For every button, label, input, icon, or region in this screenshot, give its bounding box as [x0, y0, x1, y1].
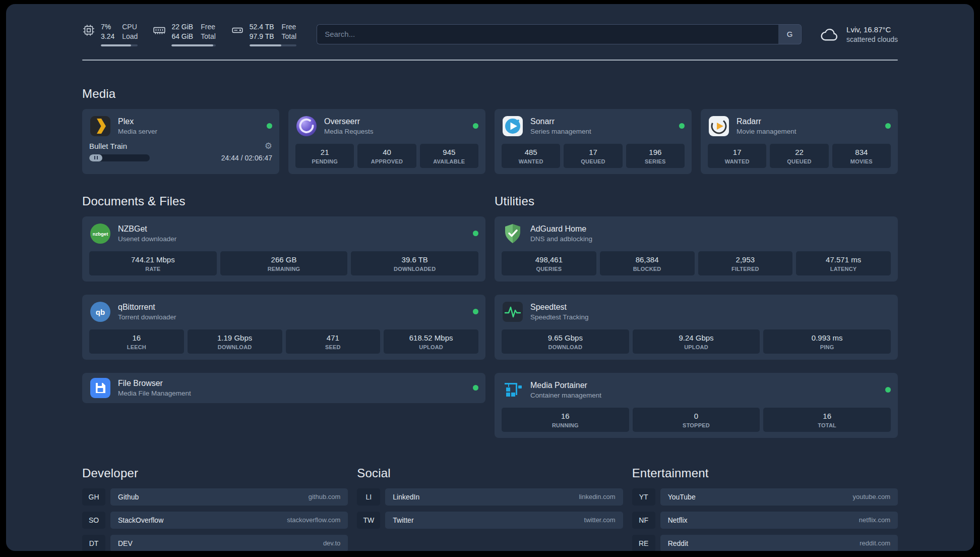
stat-label: DOWNLOAD — [189, 344, 281, 350]
stat-queries: 498,461 QUERIES — [502, 251, 596, 275]
status-dot — [473, 231, 478, 236]
service-card-radarr[interactable]: Radarr Movie management 17 WANTED 22 QUE… — [701, 109, 898, 174]
bookmark-abbr: TW — [357, 512, 380, 529]
dashboard-screen: 7% 3.24 CPU Load 22 GiB — [6, 4, 974, 551]
qbittorrent-icon-text: qb — [96, 307, 105, 316]
stat-label: SEED — [287, 344, 380, 350]
service-card-adguard[interactable]: AdGuard Home DNS and adblocking 498,461 … — [495, 216, 898, 282]
service-card-plex[interactable]: Plex Media server Bullet Train ⚙ 24:44 — [82, 109, 279, 174]
bookmark-pill: Reddit reddit.com — [660, 535, 898, 551]
service-name: Media Portainer — [530, 381, 601, 390]
adguard-icon — [502, 222, 524, 245]
disk-total-value: 97.9 TB — [250, 32, 274, 41]
bookmark-github[interactable]: GH Github github.com — [82, 488, 348, 506]
section-title-documents: Documents & Files — [82, 194, 485, 208]
service-name: File Browser — [118, 379, 191, 388]
bookmark-name: Github — [118, 493, 139, 501]
bookmark-stackoverflow[interactable]: SO StackOverflow stackoverflow.com — [82, 512, 348, 529]
dashboard-container: 7% 3.24 CPU Load 22 GiB — [82, 4, 898, 551]
stat-label: AVAILABLE — [421, 158, 477, 164]
service-name: AdGuard Home — [530, 225, 592, 234]
service-name: Plex — [118, 117, 157, 126]
stat-ping: 0.993 ms PING — [763, 329, 891, 354]
service-card-speedtest[interactable]: Speedtest Speedtest Tracking 9.65 Gbps D… — [495, 295, 898, 360]
gear-icon[interactable]: ⚙ — [265, 142, 272, 150]
stat-value: 16 — [503, 412, 628, 420]
plex-icon — [89, 115, 111, 137]
playback-time: 24:44 / 02:06:47 — [221, 154, 272, 162]
service-card-sonarr[interactable]: Sonarr Series management 485 WANTED 17 Q… — [495, 109, 692, 174]
stat-value: 39.6 TB — [352, 255, 477, 264]
service-card-qbittorrent[interactable]: qb qBittorrent Torrent downloader 16 LEE… — [82, 295, 485, 360]
bookmark-twitter[interactable]: TW Twitter twitter.com — [357, 512, 623, 529]
section-title-developer: Developer — [82, 466, 348, 480]
bookmark-pill: Github github.com — [110, 488, 348, 506]
stat-value: 2,953 — [699, 255, 792, 264]
bookmark-name: LinkedIn — [393, 493, 419, 501]
stat-value: 47.571 ms — [797, 255, 890, 264]
memory-total-value: 64 GiB — [171, 32, 193, 41]
bookmark-name: YouTube — [668, 493, 696, 501]
stat-value: 9.24 Gbps — [634, 333, 759, 342]
service-card-overseerr[interactable]: Overseerr Media Requests 21 PENDING 40 A… — [288, 109, 485, 174]
stat-leech: 16 LEECH — [89, 329, 184, 354]
plex-now-playing: Bullet Train ⚙ 24:44 / 02:06:47 — [89, 142, 272, 162]
memory-progress-fill — [171, 44, 213, 46]
pause-button[interactable] — [89, 154, 102, 161]
stat-value: 17 — [709, 148, 765, 156]
stat-total: 16 TOTAL — [763, 408, 891, 432]
bookmark-pill: Netflix netflix.com — [660, 512, 898, 529]
stat-filtered: 2,953 FILTERED — [698, 251, 793, 275]
stat-value: 744.21 Mbps — [90, 255, 216, 264]
stat-label: QUEUED — [565, 158, 621, 164]
stat-upload: 9.24 Gbps UPLOAD — [633, 329, 760, 354]
stat-label: QUERIES — [503, 266, 595, 272]
service-subtitle: DNS and adblocking — [530, 235, 592, 243]
stat-label: DOWNLOAD — [503, 344, 628, 350]
section-title-entertainment: Entertainment — [632, 466, 898, 480]
bookmark-name: DEV — [118, 539, 133, 547]
memory-progress-bar — [171, 44, 215, 46]
disk-progress-bar — [250, 44, 296, 46]
bookmark-linkedin[interactable]: LI LinkedIn linkedin.com — [357, 488, 623, 506]
service-name: Sonarr — [530, 117, 591, 126]
bookmark-reddit[interactable]: RE Reddit reddit.com — [632, 535, 898, 551]
stat-available: 945 AVAILABLE — [420, 144, 478, 168]
bookmark-domain: linkedin.com — [579, 493, 615, 500]
service-card-portainer[interactable]: Media Portainer Container management 16 … — [495, 373, 898, 438]
bookmark-domain: github.com — [309, 493, 341, 500]
bookmark-pill: StackOverflow stackoverflow.com — [110, 512, 348, 529]
stat-value: 16 — [764, 412, 890, 420]
bookmark-youtube[interactable]: YT YouTube youtube.com — [632, 488, 898, 506]
bookmark-abbr: NF — [632, 512, 655, 529]
weather-condition: scattered clouds — [846, 35, 898, 43]
service-name: Radarr — [737, 117, 797, 126]
status-dot — [473, 385, 478, 391]
stat-rate: 744.21 Mbps RATE — [89, 251, 217, 275]
search-input[interactable] — [317, 24, 778, 44]
stat-label: LEECH — [90, 344, 183, 350]
bookmark-abbr: GH — [82, 488, 105, 506]
bookmark-group-social: Social LI LinkedIn linkedin.com TW Twitt… — [357, 466, 623, 551]
bookmark-netflix[interactable]: NF Netflix netflix.com — [632, 512, 898, 529]
bookmark-pill: Twitter twitter.com — [385, 512, 623, 529]
weather-location: Lviv, 16.87°C — [846, 25, 898, 34]
status-dot — [267, 123, 272, 129]
stat-queued: 22 QUEUED — [770, 144, 828, 168]
service-subtitle: Speedtest Tracking — [530, 313, 589, 321]
section-documents: Documents & Files nzbget NZBGet Usenet d… — [82, 194, 485, 403]
cpu-progress-fill — [101, 44, 131, 46]
service-card-filebrowser[interactable]: File Browser Media File Management — [82, 373, 485, 403]
stat-running: 16 RUNNING — [502, 408, 629, 432]
stat-series: 196 SERIES — [626, 144, 685, 168]
service-card-nzbget[interactable]: nzbget NZBGet Usenet downloader 744.21 M… — [82, 216, 485, 282]
memory-total-label: Total — [201, 32, 216, 41]
speedtest-icon — [502, 301, 524, 323]
playback-progress-bar[interactable] — [89, 154, 150, 161]
bookmark-dev[interactable]: DT DEV dev.to — [82, 535, 348, 551]
bookmark-name: StackOverflow — [118, 516, 163, 524]
status-dot — [679, 123, 685, 129]
service-name: Speedtest — [530, 303, 589, 312]
bookmark-abbr: YT — [632, 488, 655, 506]
search-engine-button[interactable]: G — [778, 24, 802, 44]
